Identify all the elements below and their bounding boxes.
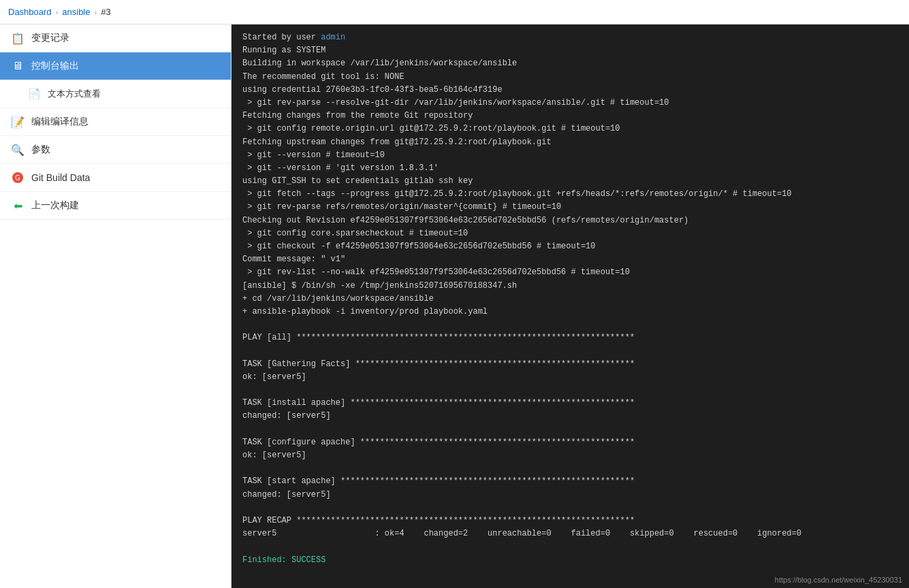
sidebar-item-editinfo[interactable]: 📝 编辑编译信息 — [0, 108, 231, 136]
sidebar-label-gitbuild: Git Build Data — [31, 172, 90, 183]
breadcrumb-ansible[interactable]: ansible — [62, 7, 90, 17]
breadcrumb-sep-2: › — [94, 8, 97, 16]
changelog-icon: 📋 — [11, 31, 25, 45]
sidebar-item-prevbuild[interactable]: ⬅ 上一次构建 — [0, 192, 231, 220]
sidebar-item-params[interactable]: 🔍 参数 — [0, 136, 231, 164]
console-output: Started by user admin Running as SYSTEM … — [232, 24, 909, 574]
footer-link: https://blog.csdn.net/weixin_45230031 — [775, 576, 902, 584]
console-content-area: Started by user admin Running as SYSTEM … — [232, 24, 909, 588]
params-icon: 🔍 — [11, 143, 25, 157]
sidebar-item-console[interactable]: 🖥 控制台输出 — [0, 52, 231, 80]
prevbuild-icon: ⬅ — [11, 199, 25, 212]
textview-icon: 📄 — [27, 87, 41, 101]
sidebar-label-console: 控制台输出 — [31, 60, 79, 72]
sidebar-item-gitbuild[interactable]: G Git Build Data — [0, 164, 231, 192]
gitbuild-icon: G — [11, 171, 25, 184]
console-icon: 🖥 — [11, 59, 25, 73]
sidebar-label-params: 参数 — [31, 144, 50, 156]
main-layout: 📋 变更记录 🖥 控制台输出 📄 文本方式查看 📝 编辑编译信息 — [0, 24, 909, 588]
editinfo-icon: 📝 — [11, 115, 25, 129]
breadcrumb-current: #3 — [101, 7, 110, 17]
breadcrumb-sep-1: › — [56, 8, 59, 16]
breadcrumb-bar: Dashboard › ansible › #3 — [0, 0, 909, 24]
sidebar-item-textview[interactable]: 📄 文本方式查看 — [0, 80, 231, 108]
breadcrumb-dashboard[interactable]: Dashboard — [8, 7, 52, 17]
sidebar-label-changelog: 变更记录 — [31, 32, 69, 44]
sidebar: 📋 变更记录 🖥 控制台输出 📄 文本方式查看 📝 编辑编译信息 — [0, 24, 232, 588]
sidebar-label-textview: 文本方式查看 — [48, 88, 101, 100]
sidebar-label-prevbuild: 上一次构建 — [31, 199, 79, 212]
svg-text:G: G — [15, 174, 20, 182]
sidebar-item-changelog[interactable]: 📋 变更记录 — [0, 24, 231, 52]
sidebar-label-editinfo: 编辑编译信息 — [31, 116, 89, 128]
